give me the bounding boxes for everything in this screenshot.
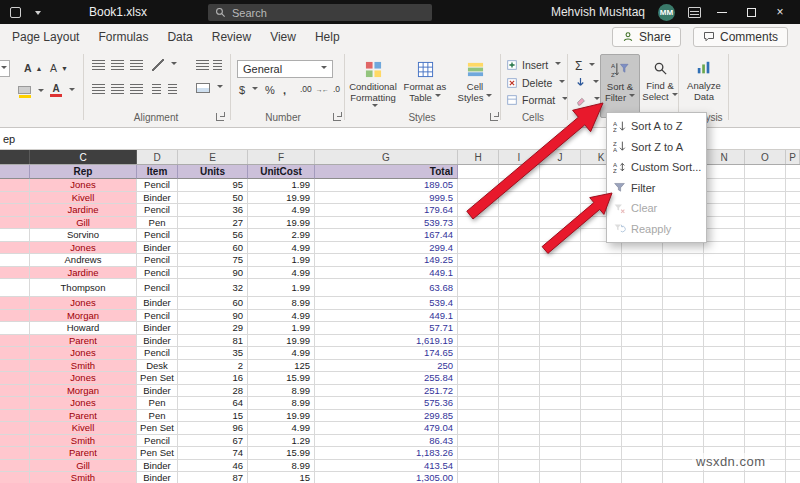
header-cell-rep[interactable]: Rep bbox=[30, 165, 137, 179]
number-format-select[interactable]: General bbox=[237, 60, 333, 78]
cell-region-partial[interactable] bbox=[0, 254, 30, 267]
cell-styles-button[interactable]: Cell Styles bbox=[452, 55, 498, 103]
comma-style-button[interactable]: , bbox=[283, 84, 286, 96]
column-header-J[interactable]: J bbox=[540, 150, 581, 164]
column-header-I[interactable]: I bbox=[499, 150, 540, 164]
shrink-font-button[interactable]: A▼ bbox=[50, 62, 68, 74]
cell-item[interactable]: Binder bbox=[137, 297, 178, 310]
table-row[interactable]: JonesBinder608.99539.4 bbox=[0, 297, 800, 310]
cell-units[interactable]: 15 bbox=[178, 410, 248, 423]
cell-units[interactable]: 2 bbox=[178, 360, 248, 373]
fill-color-button[interactable] bbox=[18, 86, 44, 98]
format-as-table-button[interactable]: Format as Table bbox=[401, 55, 449, 103]
cell-total[interactable]: 449.1 bbox=[315, 267, 458, 280]
cell-units[interactable]: 64 bbox=[178, 397, 248, 410]
wrap-text-button[interactable] bbox=[196, 60, 222, 70]
column-header-O[interactable]: O bbox=[745, 150, 786, 164]
cell-rep[interactable]: Jones bbox=[30, 297, 137, 310]
search-input[interactable]: Search bbox=[208, 4, 432, 21]
tab-page-layout[interactable]: Page Layout bbox=[10, 28, 81, 46]
cell-item[interactable]: Pencil bbox=[137, 204, 178, 217]
cell-rep[interactable]: Smith bbox=[30, 435, 137, 448]
cell-item[interactable]: Pencil bbox=[137, 254, 178, 267]
cell-rep[interactable]: Jones bbox=[30, 242, 137, 255]
cell-region-partial[interactable] bbox=[0, 192, 30, 205]
cell-total[interactable]: 299.4 bbox=[315, 242, 458, 255]
align-right-button[interactable] bbox=[130, 84, 143, 94]
percent-style-button[interactable]: % bbox=[265, 84, 275, 96]
cell-total[interactable]: 1,619.19 bbox=[315, 335, 458, 348]
cell-rep[interactable]: Smith bbox=[30, 360, 137, 373]
align-left-button[interactable] bbox=[92, 84, 105, 94]
cell-region-partial[interactable] bbox=[0, 347, 30, 360]
cell-total[interactable]: 539.4 bbox=[315, 297, 458, 310]
cell-item[interactable]: Pencil bbox=[137, 267, 178, 280]
table-row[interactable]: ThompsonPencil321.9963.68 bbox=[0, 279, 800, 297]
cell-total[interactable]: 575.36 bbox=[315, 397, 458, 410]
table-row[interactable]: JonesPen648.99575.36 bbox=[0, 397, 800, 410]
cell-rep[interactable]: Andrews bbox=[30, 254, 137, 267]
menu-item-custom-sort[interactable]: AZCustom Sort... bbox=[607, 157, 706, 178]
cell-unitcost[interactable]: 4.99 bbox=[248, 204, 315, 217]
column-header-D[interactable]: D bbox=[137, 150, 178, 164]
cell-region-partial[interactable] bbox=[0, 460, 30, 473]
cell-units[interactable]: 60 bbox=[178, 297, 248, 310]
grow-font-button[interactable]: A▲ bbox=[24, 62, 43, 74]
cell-region-partial[interactable] bbox=[0, 335, 30, 348]
cell-units[interactable]: 46 bbox=[178, 460, 248, 473]
align-bottom-button[interactable] bbox=[130, 60, 143, 70]
styles-dialog-launcher[interactable] bbox=[490, 113, 498, 121]
cell-total[interactable]: 449.1 bbox=[315, 310, 458, 323]
cell-total[interactable]: 174.65 bbox=[315, 347, 458, 360]
cell-units[interactable]: 90 bbox=[178, 310, 248, 323]
cell-unitcost[interactable]: 8.99 bbox=[248, 385, 315, 398]
table-row[interactable]: ParentPen Set7415.991,183.26 bbox=[0, 447, 800, 460]
cell-units[interactable]: 28 bbox=[178, 385, 248, 398]
table-row[interactable]: SmithPencil671.2986.43 bbox=[0, 435, 800, 448]
cell-rep[interactable]: Parent bbox=[30, 335, 137, 348]
tab-data[interactable]: Data bbox=[165, 28, 194, 46]
cell-region-partial[interactable] bbox=[0, 410, 30, 423]
column-header-H[interactable]: H bbox=[458, 150, 499, 164]
increase-decimal-button[interactable]: .00→ bbox=[300, 84, 323, 94]
cell-item[interactable]: Pencil bbox=[137, 229, 178, 242]
number-dialog-launcher[interactable] bbox=[333, 113, 341, 121]
orientation-button[interactable] bbox=[152, 59, 177, 71]
cell-region-partial[interactable] bbox=[0, 310, 30, 323]
cell-total[interactable]: 63.68 bbox=[315, 279, 458, 297]
cell-item[interactable]: Pen Set bbox=[137, 372, 178, 385]
header-cell-partial[interactable] bbox=[0, 165, 30, 179]
cell-unitcost[interactable]: 15.99 bbox=[248, 447, 315, 460]
cell-item[interactable]: Pencil bbox=[137, 435, 178, 448]
cell-region-partial[interactable] bbox=[0, 385, 30, 398]
cell-region-partial[interactable] bbox=[0, 242, 30, 255]
cell-item[interactable]: Pencil bbox=[137, 347, 178, 360]
column-header-P[interactable]: P bbox=[786, 150, 800, 164]
column-header-partial[interactable] bbox=[0, 150, 30, 164]
cell-region-partial[interactable] bbox=[0, 422, 30, 435]
cell-region-partial[interactable] bbox=[0, 217, 30, 230]
cell-units[interactable]: 32 bbox=[178, 279, 248, 297]
align-top-button[interactable] bbox=[92, 60, 105, 70]
cell-unitcost[interactable]: 8.99 bbox=[248, 397, 315, 410]
conditional-formatting-button[interactable]: Conditional Formatting bbox=[348, 55, 398, 114]
autosum-button[interactable]: Σ bbox=[575, 59, 595, 73]
cell-units[interactable]: 56 bbox=[178, 229, 248, 242]
header-cell-unitcost[interactable]: UnitCost bbox=[248, 165, 315, 179]
cell-item[interactable]: Pen bbox=[137, 397, 178, 410]
clear-button[interactable] bbox=[575, 94, 600, 106]
cell-item[interactable]: Pencil bbox=[137, 310, 178, 323]
tab-view[interactable]: View bbox=[268, 28, 298, 46]
table-row[interactable]: ParentBinder8119.991,619.19 bbox=[0, 335, 800, 348]
cell-units[interactable]: 36 bbox=[178, 204, 248, 217]
cell-total[interactable]: 255.84 bbox=[315, 372, 458, 385]
tab-formulas[interactable]: Formulas bbox=[96, 28, 150, 46]
cell-total[interactable]: 167.44 bbox=[315, 229, 458, 242]
cell-region-partial[interactable] bbox=[0, 229, 30, 242]
cell-units[interactable]: 27 bbox=[178, 217, 248, 230]
cell-unitcost[interactable]: 19.99 bbox=[248, 217, 315, 230]
cell-rep[interactable]: Thompson bbox=[30, 279, 137, 297]
cell-unitcost[interactable]: 4.99 bbox=[248, 267, 315, 280]
cell-unitcost[interactable]: 15.99 bbox=[248, 372, 315, 385]
cell-item[interactable]: Binder bbox=[137, 192, 178, 205]
